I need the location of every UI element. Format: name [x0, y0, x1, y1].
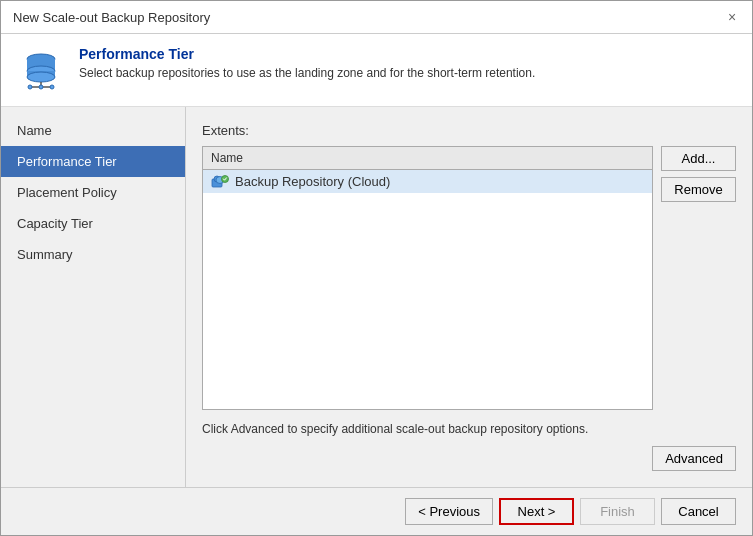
add-button[interactable]: Add... — [661, 146, 736, 171]
cloud-repo-icon — [211, 175, 229, 189]
header-description: Select backup repositories to use as the… — [79, 66, 535, 80]
sidebar-item-performance-tier[interactable]: Performance Tier — [1, 146, 185, 177]
advanced-button[interactable]: Advanced — [652, 446, 736, 471]
cancel-button[interactable]: Cancel — [661, 498, 736, 525]
header-section: Performance Tier Select backup repositor… — [1, 34, 752, 107]
extents-buttons: Add... Remove — [661, 146, 736, 410]
main-content: Extents: Name — [186, 107, 752, 487]
table-area: Name — [202, 146, 653, 410]
svg-point-8 — [39, 85, 43, 89]
previous-button[interactable]: < Previous — [405, 498, 493, 525]
svg-point-9 — [50, 85, 54, 89]
sidebar-item-placement-policy[interactable]: Placement Policy — [1, 177, 185, 208]
sidebar-item-capacity-tier[interactable]: Capacity Tier — [1, 208, 185, 239]
sidebar: Name Performance Tier Placement Policy C… — [1, 107, 186, 487]
extents-table: Name — [202, 146, 653, 410]
svg-point-4 — [27, 72, 55, 82]
dialog-title: New Scale-out Backup Repository — [13, 10, 210, 25]
next-button[interactable]: Next > — [499, 498, 574, 525]
sidebar-item-name[interactable]: Name — [1, 115, 185, 146]
content-area: Name Performance Tier Placement Policy C… — [1, 107, 752, 487]
remove-button[interactable]: Remove — [661, 177, 736, 202]
extents-area: Name — [202, 146, 736, 410]
performance-tier-icon — [20, 49, 62, 91]
extents-column-header: Name — [203, 147, 652, 170]
header-text: Performance Tier Select backup repositor… — [79, 46, 535, 80]
svg-point-7 — [28, 85, 32, 89]
table-row[interactable]: Backup Repository (Cloud) — [203, 170, 652, 193]
header-title: Performance Tier — [79, 46, 535, 62]
close-button[interactable]: × — [724, 9, 740, 25]
dialog: New Scale-out Backup Repository × Pe — [0, 0, 753, 536]
title-bar: New Scale-out Backup Repository × — [1, 1, 752, 34]
finish-button[interactable]: Finish — [580, 498, 655, 525]
sidebar-item-summary[interactable]: Summary — [1, 239, 185, 270]
footer-note: Click Advanced to specify additional sca… — [202, 422, 736, 436]
backup-repo-name: Backup Repository (Cloud) — [235, 174, 390, 189]
dialog-footer: < Previous Next > Finish Cancel — [1, 487, 752, 535]
footer-buttons: < Previous Next > Finish Cancel — [405, 498, 736, 525]
extents-label: Extents: — [202, 123, 736, 138]
header-icon — [17, 46, 65, 94]
